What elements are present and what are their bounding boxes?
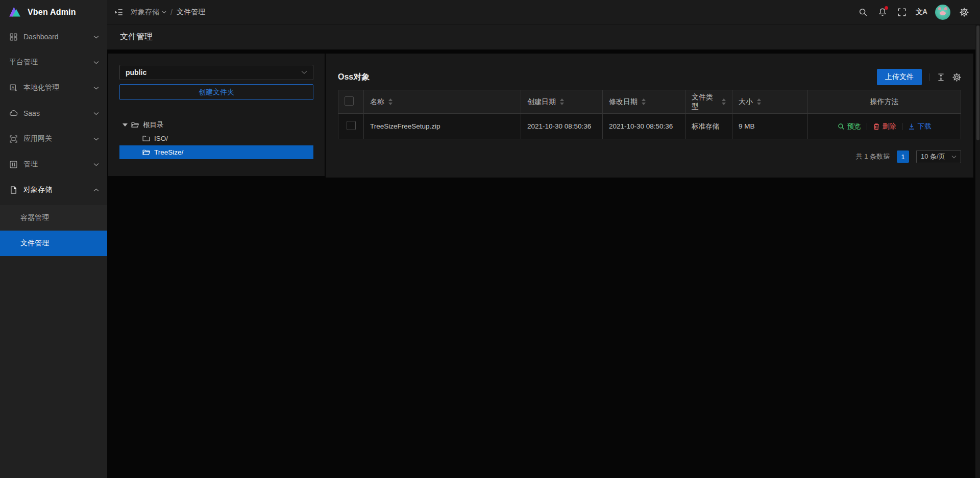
sidebar-item-gateway[interactable]: 应用网关 — [0, 129, 107, 149]
cell-file-name: TreeSizeFreeSetup.zip — [364, 114, 521, 139]
directory-tree: 根目录 ISO/ — [119, 118, 313, 159]
column-header-created: 创建日期 — [527, 97, 556, 107]
bucket-select-value: public — [126, 68, 301, 77]
table-row: TreeSizeFreeSetup.zip 2021-10-30 08:50:3… — [338, 114, 961, 139]
upload-file-button[interactable]: 上传文件 — [877, 69, 922, 85]
cell-modified-date: 2021-10-30 08:50:36 — [603, 114, 685, 139]
pagination-page-1[interactable]: 1 — [897, 150, 909, 163]
vben-logo-icon — [7, 5, 22, 20]
delete-button[interactable]: 删除 — [873, 122, 896, 131]
chevron-down-icon — [951, 155, 957, 159]
column-header-modified: 修改日期 — [609, 97, 638, 107]
toolbar-divider — [929, 73, 929, 81]
breadcrumb-file-management: 文件管理 — [177, 8, 205, 17]
chevron-down-icon — [93, 35, 99, 39]
logo[interactable]: Vben Admin — [0, 0, 107, 24]
preview-button[interactable]: 预览 — [838, 122, 861, 131]
sidebar-menu: Dashboard 平台管理 A 本地化管理 — [0, 24, 107, 256]
cell-created-date: 2021-10-30 08:50:36 — [521, 114, 603, 139]
fullscreen-icon[interactable] — [892, 0, 912, 24]
avatar[interactable] — [935, 5, 950, 20]
translate-icon[interactable]: 文A — [912, 0, 931, 24]
chevron-down-icon — [93, 137, 99, 141]
page-header: 文件管理 — [107, 24, 980, 49]
sort-icon[interactable] — [757, 98, 761, 105]
bucket-select[interactable]: public — [119, 65, 313, 80]
chevron-down-icon — [301, 70, 307, 74]
chevron-down-icon — [93, 112, 99, 115]
select-all-checkbox[interactable] — [345, 96, 354, 106]
column-header-operations: 操作方法 — [870, 97, 899, 107]
tree-node-root[interactable]: 根目录 — [119, 118, 313, 132]
sidebar-item-management[interactable]: 管理 — [0, 154, 107, 174]
page-size-select[interactable]: 10 条/页 — [916, 150, 961, 163]
breadcrumb-separator: / — [170, 8, 173, 16]
table-settings-gear-icon[interactable] — [952, 73, 961, 82]
page-title: 文件管理 — [120, 32, 153, 42]
cell-file-size: 9 MB — [732, 114, 808, 139]
chevron-down-icon — [93, 61, 99, 64]
column-header-size: 大小 — [739, 97, 753, 107]
toolbar-actions: 上传文件 — [877, 69, 961, 85]
sidebar-item-file-management[interactable]: 文件管理 — [0, 231, 107, 256]
notification-badge — [885, 6, 888, 10]
tree-node-treesize[interactable]: TreeSize/ — [119, 145, 313, 159]
chevron-down-icon — [162, 11, 166, 14]
create-folder-button[interactable]: 创建文件夹 — [119, 84, 313, 100]
magnifier-icon — [838, 123, 845, 130]
localization-icon: A — [9, 84, 18, 92]
cell-file-type: 标准存储 — [685, 114, 732, 139]
column-header-name: 名称 — [370, 97, 384, 107]
breadcrumb: 对象存储 / 文件管理 — [131, 8, 205, 17]
row-height-icon[interactable] — [937, 73, 945, 82]
cloud-icon — [9, 109, 18, 118]
file-icon — [9, 186, 18, 194]
pagination: 共 1 条数据 1 10 条/页 — [338, 150, 961, 163]
table-header-row: 名称 创建日期 修改日期 文件类型 大小 操作方法 — [338, 90, 961, 114]
topbar-actions: 文A — [853, 0, 980, 24]
svg-text:A: A — [12, 85, 15, 90]
download-icon — [908, 123, 915, 130]
row-actions: 预览 删除 — [814, 122, 954, 131]
sidebar-item-platform[interactable]: 平台管理 — [0, 52, 107, 72]
oss-table: 名称 创建日期 修改日期 文件类型 大小 操作方法 TreeSizeFreeSe… — [338, 90, 961, 139]
folder-open-icon — [142, 148, 151, 157]
chevron-down-icon — [93, 163, 99, 166]
sidebar-fold-icon[interactable] — [107, 0, 131, 24]
notification-bell-icon[interactable] — [873, 0, 892, 24]
tree-expand-caret-icon[interactable] — [119, 123, 131, 127]
pagination-total: 共 1 条数据 — [856, 152, 890, 161]
app-title: Vben Admin — [28, 8, 76, 17]
trash-icon — [873, 123, 880, 130]
content: public 创建文件夹 根目录 — [107, 49, 980, 478]
sort-icon[interactable] — [642, 98, 646, 105]
folder-open-icon — [131, 120, 139, 129]
gateway-icon — [9, 135, 18, 143]
gear-icon[interactable] — [954, 0, 974, 24]
search-icon[interactable] — [853, 0, 873, 24]
oss-table-panel: Oss对象 上传文件 — [326, 54, 973, 178]
sort-icon[interactable] — [560, 98, 564, 105]
sidebar: Vben Admin Dashboard 平台管理 A — [0, 0, 107, 478]
sidebar-item-dashboard[interactable]: Dashboard — [0, 27, 107, 47]
app-root: Vben Admin Dashboard 平台管理 A — [0, 0, 980, 478]
sort-icon[interactable] — [388, 98, 393, 105]
topbar: 对象存储 / 文件管理 — [107, 0, 980, 24]
vertical-scrollbar[interactable] — [975, 24, 980, 478]
breadcrumb-object-storage[interactable]: 对象存储 — [131, 8, 166, 17]
table-title: Oss对象 — [338, 72, 370, 83]
dashboard-icon — [9, 33, 18, 41]
tree-node-iso[interactable]: ISO/ — [119, 132, 313, 145]
download-button[interactable]: 下载 — [908, 122, 932, 131]
chevron-down-icon — [93, 86, 99, 90]
sidebar-item-saas[interactable]: Saas — [0, 103, 107, 123]
sidebar-item-localization[interactable]: A 本地化管理 — [0, 78, 107, 98]
sort-icon[interactable] — [722, 98, 726, 105]
scrollbar-thumb[interactable] — [976, 26, 979, 140]
row-checkbox[interactable] — [347, 121, 356, 130]
sidebar-item-object-storage[interactable]: 对象存储 — [0, 180, 107, 200]
folder-icon — [142, 134, 151, 143]
main-area: 对象存储 / 文件管理 — [107, 0, 980, 478]
sliders-icon — [9, 160, 18, 169]
sidebar-item-container-management[interactable]: 容器管理 — [0, 205, 107, 231]
